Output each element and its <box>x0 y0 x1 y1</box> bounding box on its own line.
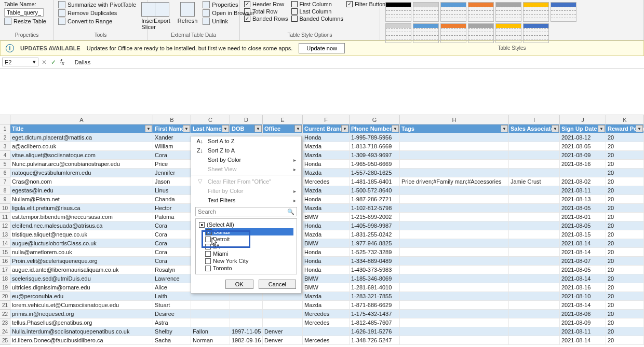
cell[interactable]: Jason <box>153 177 191 186</box>
cell[interactable]: 1-309-493-9697 <box>350 151 400 160</box>
resize-table-button[interactable]: Resize Table <box>4 18 46 25</box>
cell[interactable] <box>400 283 509 292</box>
table-style-thumb[interactable] <box>468 2 494 22</box>
table-style-thumb[interactable] <box>440 2 466 22</box>
cell[interactable]: 1-334-889-0489 <box>350 257 400 266</box>
cell[interactable]: 2021-08-13 <box>560 195 606 204</box>
cell[interactable]: 1-175-432-1437 <box>350 310 400 318</box>
table-style-thumb[interactable] <box>440 23 466 43</box>
row-header[interactable]: 1 <box>0 124 10 133</box>
cell[interactable]: Stuart <box>153 301 191 310</box>
cell[interactable] <box>303 327 350 336</box>
filter-dropdown-button[interactable]: ▼ <box>636 125 643 132</box>
table-styles-gallery[interactable] <box>384 1 578 44</box>
cell[interactable]: 2021-08-16 <box>560 160 606 169</box>
cell[interactable] <box>400 292 509 301</box>
cell[interactable]: Nullam@Etiam.net <box>10 195 153 204</box>
cell[interactable]: Linus <box>153 186 191 195</box>
cell[interactable] <box>509 336 560 345</box>
cell[interactable]: Honda <box>303 257 350 266</box>
cell[interactable] <box>509 204 560 213</box>
cell[interactable] <box>400 257 509 266</box>
cell[interactable] <box>400 204 509 213</box>
cell[interactable]: primis.in@nequesed.org <box>10 310 153 318</box>
cell[interactable]: 2021-08-10 <box>560 292 606 301</box>
table-style-thumb[interactable] <box>468 23 494 43</box>
cell[interactable] <box>509 213 560 221</box>
cell[interactable]: 1-977-946-8825 <box>350 239 400 248</box>
cell[interactable]: Nunc.pulvinar.arcu@conubianostraper.edu <box>10 160 153 169</box>
cell[interactable]: 20 <box>606 318 644 327</box>
cell[interactable]: 20 <box>606 151 644 160</box>
cell[interactable]: 1-185-346-8069 <box>350 274 400 283</box>
cell[interactable]: Jamie Crust <box>509 177 560 186</box>
cell[interactable]: Cora <box>153 257 191 266</box>
confirm-formula-icon[interactable]: ✓ <box>51 59 56 66</box>
table-style-thumb[interactable] <box>551 2 576 22</box>
cell[interactable]: 2021-08-05 <box>560 266 606 274</box>
cell[interactable]: 20 <box>606 327 644 336</box>
cell[interactable]: Mazda <box>303 142 350 151</box>
cell[interactable]: 20 <box>606 336 644 345</box>
cell[interactable] <box>263 318 303 327</box>
cell[interactable]: 20 <box>606 177 644 186</box>
cell[interactable]: 1-500-572-8640 <box>350 186 400 195</box>
fx-icon[interactable]: fx <box>60 58 64 66</box>
cell[interactable]: Lawrence <box>153 274 191 283</box>
table-style-thumb[interactable] <box>495 23 521 43</box>
filter-item[interactable]: Toronto <box>205 265 293 272</box>
cell[interactable] <box>400 318 509 327</box>
cell[interactable] <box>263 301 303 310</box>
filter-dropdown-button[interactable]: ▼ <box>501 125 508 132</box>
table-name-input[interactable] <box>4 8 44 17</box>
cell[interactable] <box>400 142 509 151</box>
cell[interactable]: 1-405-998-9987 <box>350 221 400 230</box>
cell[interactable]: 20 <box>606 133 644 142</box>
cancel-formula-icon[interactable]: ✕ <box>42 59 47 66</box>
cell[interactable]: 20 <box>606 213 644 221</box>
cell[interactable]: BMW <box>303 213 350 221</box>
cell[interactable]: Fallon <box>191 327 230 336</box>
cell[interactable]: Honda <box>303 160 350 169</box>
cell[interactable]: 2021-08-14 <box>560 239 606 248</box>
row-header[interactable]: 10 <box>0 204 10 213</box>
cell[interactable] <box>400 327 509 336</box>
filter-dropdown-button[interactable]: ▼ <box>392 125 399 132</box>
row-header[interactable]: 23 <box>0 318 10 327</box>
row-header[interactable]: 3 <box>0 142 10 151</box>
cell[interactable]: 1-102-812-5798 <box>350 204 400 213</box>
filter-dropdown-button[interactable]: ▼ <box>598 125 605 132</box>
cell[interactable] <box>509 169 560 177</box>
cell[interactable]: eu@perconubia.edu <box>10 292 153 301</box>
cell[interactable]: 2021-08-05 <box>560 221 606 230</box>
cell[interactable]: 2021-08-02 <box>560 177 606 186</box>
table-style-thumb[interactable] <box>413 23 439 43</box>
col-header-G[interactable]: G <box>350 115 400 124</box>
cell[interactable]: 1-281-691-4010 <box>350 283 400 292</box>
cell[interactable]: Cora <box>153 230 191 239</box>
cell[interactable] <box>400 274 509 283</box>
col-header-E[interactable]: E <box>263 115 303 124</box>
table-style-thumb[interactable] <box>523 2 549 22</box>
cell[interactable]: 20 <box>606 310 644 318</box>
row-header[interactable]: 8 <box>0 186 10 195</box>
cell[interactable]: Chanda <box>153 195 191 204</box>
table-header-cell[interactable]: Sign Up Date▼ <box>560 124 606 133</box>
cell[interactable]: Laith <box>153 292 191 301</box>
cell[interactable]: Mazda <box>303 169 350 177</box>
row-header[interactable]: 5 <box>0 160 10 169</box>
filter-dropdown-button[interactable]: ▼ <box>294 125 302 132</box>
cell[interactable]: Astra <box>153 318 191 327</box>
cell[interactable]: Honda <box>303 248 350 257</box>
col-header-F[interactable]: F <box>303 115 350 124</box>
row-header[interactable]: 13 <box>0 230 10 239</box>
cell[interactable]: 1-348-726-5247 <box>350 336 400 345</box>
row-header[interactable]: 11 <box>0 213 10 221</box>
cell[interactable] <box>509 142 560 151</box>
opt-total-row[interactable]: Total Row <box>244 8 288 15</box>
filter-dropdown-button[interactable]: ▼ <box>341 125 348 132</box>
cell[interactable]: ultricies.dignissim@ornare.edu <box>10 283 153 292</box>
cell[interactable]: 20 <box>606 169 644 177</box>
cell[interactable]: Mazda <box>303 301 350 310</box>
filter-dropdown-button[interactable]: ▼ <box>222 125 229 132</box>
